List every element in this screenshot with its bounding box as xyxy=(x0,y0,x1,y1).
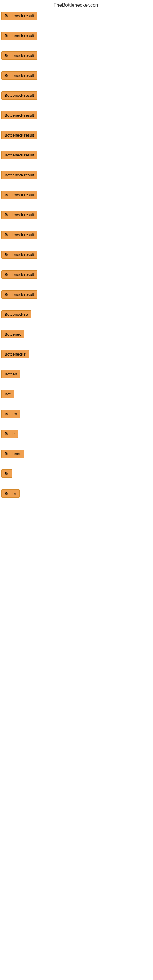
bottleneck-item-21: Bottlen xyxy=(1,407,152,422)
bottleneck-badge[interactable]: Bottleneck result xyxy=(1,231,37,239)
bottleneck-item-1: Bottleneck result xyxy=(1,9,152,24)
bottleneck-badge[interactable]: Bottleneck result xyxy=(1,270,37,279)
bottleneck-item-10: Bottleneck result xyxy=(1,188,152,203)
bottleneck-badge[interactable]: Bottlen xyxy=(1,370,20,378)
bottleneck-item-2: Bottleneck result xyxy=(1,29,152,43)
bottleneck-item-25: Bottler xyxy=(1,487,152,501)
bottleneck-badge[interactable]: Bottleneck result xyxy=(1,72,37,80)
bottleneck-badge[interactable]: Bottleneck result xyxy=(1,211,37,219)
bottleneck-badge[interactable]: Bottleneck result xyxy=(1,131,37,139)
bottleneck-badge[interactable]: Bottleneck result xyxy=(1,250,37,259)
bottleneck-badge[interactable]: Bottleneck result xyxy=(1,91,37,100)
bottleneck-item-14: Bottleneck result xyxy=(1,268,152,282)
bottleneck-badge[interactable]: Bottleneck result xyxy=(1,12,37,20)
bottleneck-badge[interactable]: Bottlen xyxy=(1,410,20,418)
bottleneck-badge[interactable]: Bottleneck r xyxy=(1,350,29,358)
bottleneck-item-23: Bottlenec xyxy=(1,447,152,461)
bottleneck-badge[interactable]: Bottle xyxy=(1,430,18,438)
bottleneck-item-12: Bottleneck result xyxy=(1,228,152,243)
bottleneck-item-11: Bottleneck result xyxy=(1,208,152,223)
bottleneck-item-8: Bottleneck result xyxy=(1,148,152,163)
bottleneck-item-4: Bottleneck result xyxy=(1,69,152,83)
bottleneck-item-24: Bo xyxy=(1,467,152,481)
bottleneck-item-20: Bot xyxy=(1,387,152,402)
bottleneck-item-22: Bottle xyxy=(1,427,152,442)
site-title: TheBottlenecker.com xyxy=(0,0,153,9)
bottleneck-badge[interactable]: Bottlenec xyxy=(1,450,24,458)
bottleneck-badge[interactable]: Bottleneck result xyxy=(1,191,37,199)
bottleneck-badge[interactable]: Bottleneck result xyxy=(1,151,37,159)
bottleneck-item-18: Bottleneck r xyxy=(1,348,152,362)
bottleneck-badge[interactable]: Bo xyxy=(1,469,12,478)
bottleneck-item-16: Bottleneck re xyxy=(1,308,152,322)
bottleneck-badge[interactable]: Bottleneck result xyxy=(1,111,37,119)
bottleneck-item-19: Bottlen xyxy=(1,368,152,382)
bottleneck-item-6: Bottleneck result xyxy=(1,109,152,123)
bottleneck-item-3: Bottleneck result xyxy=(1,49,152,64)
bottleneck-badge[interactable]: Bottleneck result xyxy=(1,171,37,179)
bottleneck-item-7: Bottleneck result xyxy=(1,129,152,143)
bottleneck-item-13: Bottleneck result xyxy=(1,248,152,262)
bottleneck-badge[interactable]: Bottleneck result xyxy=(1,32,37,40)
bottleneck-item-17: Bottlenec xyxy=(1,328,152,342)
bottleneck-badge[interactable]: Bottleneck re xyxy=(1,310,31,318)
bottleneck-badge[interactable]: Bot xyxy=(1,390,14,398)
bottleneck-badge[interactable]: Bottlenec xyxy=(1,330,24,339)
bottleneck-badge[interactable]: Bottleneck result xyxy=(1,51,37,60)
bottleneck-item-5: Bottleneck result xyxy=(1,89,152,103)
bottleneck-badge[interactable]: Bottler xyxy=(1,489,19,498)
bottleneck-badge[interactable]: Bottleneck result xyxy=(1,290,37,299)
bottleneck-item-9: Bottleneck result xyxy=(1,169,152,183)
bottleneck-item-15: Bottleneck result xyxy=(1,288,152,302)
